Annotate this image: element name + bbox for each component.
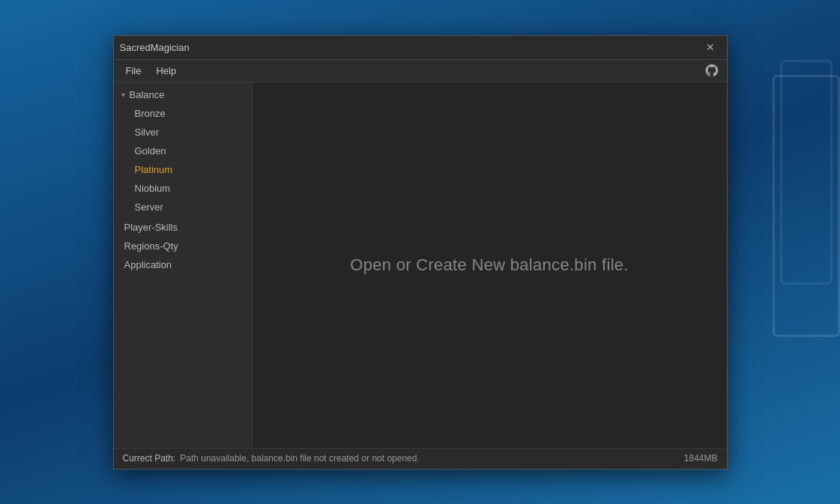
status-bar: Currect Path: Path unavailable, balance.… (114, 448, 727, 469)
menu-help[interactable]: Help (150, 62, 182, 79)
github-icon[interactable] (703, 61, 721, 79)
sidebar: ▾ Balance Bronze Silver Golden Platinum … (114, 82, 253, 448)
balance-chevron-icon: ▾ (121, 91, 125, 99)
content-placeholder: Open or Create New balance.bin file. (350, 255, 629, 275)
sidebar-item-regions-qty[interactable]: Regions-Qty (114, 237, 252, 255)
status-path-message: Path unavailable, balance.bin file not c… (180, 453, 420, 464)
menu-file[interactable]: File (120, 62, 148, 79)
sidebar-section-balance-label: Balance (130, 89, 165, 100)
sidebar-item-golden[interactable]: Golden (114, 142, 252, 160)
menu-items: File Help (120, 62, 183, 79)
sidebar-item-niobium[interactable]: Niobium (114, 179, 252, 198)
sidebar-item-bronze[interactable]: Bronze (114, 104, 252, 123)
title-bar-controls: ✕ (700, 37, 721, 58)
sidebar-section-balance: ▾ Balance Bronze Silver Golden Platinum … (114, 85, 252, 216)
sidebar-item-server[interactable]: Server (114, 198, 252, 216)
main-window: SacredMagician ✕ File Help ▾ Balance (113, 35, 728, 470)
status-memory: 1844MB (684, 453, 718, 464)
status-path-container: Currect Path: Path unavailable, balance.… (123, 453, 420, 464)
sidebar-section-balance-header[interactable]: ▾ Balance (114, 85, 252, 104)
status-path-label: Currect Path: (123, 453, 176, 464)
title-bar: SacredMagician ✕ (114, 36, 727, 60)
sidebar-item-silver[interactable]: Silver (114, 123, 252, 142)
main-area: ▾ Balance Bronze Silver Golden Platinum … (114, 82, 727, 448)
sidebar-item-platinum[interactable]: Platinum (114, 160, 252, 179)
sidebar-item-application[interactable]: Application (114, 255, 252, 274)
window-title: SacredMagician (120, 42, 190, 53)
sidebar-item-player-skills[interactable]: Player-Skills (114, 218, 252, 237)
menu-bar: File Help (114, 60, 727, 82)
content-area: Open or Create New balance.bin file. (253, 82, 727, 448)
close-button[interactable]: ✕ (700, 37, 721, 58)
